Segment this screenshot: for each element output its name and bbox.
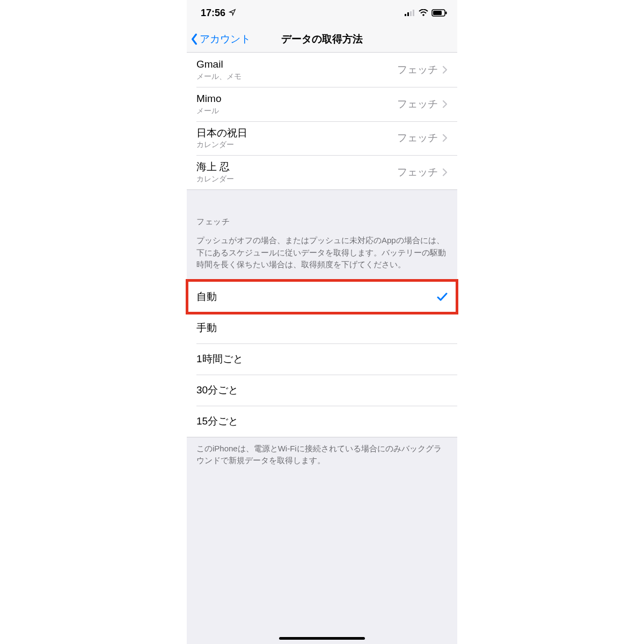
back-button[interactable]: アカウント [190,32,251,46]
svg-rect-1 [407,12,409,16]
fetch-section-description: プッシュがオフの場合、またはプッシュに未対応のAppの場合には、下にあるスケジュ… [187,230,457,281]
account-subtitle: カレンダー [196,140,397,150]
chevron-right-icon [442,100,448,108]
fetch-options-group: 自動手動1時間ごと30分ごと15分ごと [187,281,457,437]
fetch-option[interactable]: 30分ごと [187,375,457,406]
status-left: 17:56 [201,8,236,19]
account-title: Gmail [196,58,397,71]
status-right [405,9,448,17]
fetch-option[interactable]: 自動 [187,281,457,312]
fetch-option[interactable]: 手動 [187,312,457,343]
home-indicator [279,637,365,640]
account-subtitle: メール、メモ [196,72,397,82]
fetch-section-header: フェッチ [187,205,457,230]
account-title: 日本の祝日 [196,127,397,140]
back-label: アカウント [200,32,251,46]
checkmark-icon [437,292,448,302]
fetch-option-label: 1時間ごと [196,352,448,366]
navigation-bar: アカウント データの取得方法 [187,26,457,53]
cellular-signal-icon [405,10,415,16]
account-fetch-value: フェッチ [397,63,438,77]
svg-rect-2 [410,11,412,16]
status-bar: 17:56 [187,0,457,26]
account-subtitle: メール [196,106,397,116]
status-time: 17:56 [201,8,225,19]
account-title: 海上 忍 [196,160,397,173]
account-row[interactable]: Mimoメールフェッチ [187,87,457,121]
fetch-option-label: 自動 [196,290,437,304]
chevron-right-icon [442,134,448,142]
fetch-option-label: 15分ごと [196,414,448,428]
svg-point-4 [422,14,425,16]
fetch-option[interactable]: 15分ごと [187,406,457,437]
section-spacer [187,190,457,205]
account-title: Mimo [196,92,397,105]
svg-rect-3 [413,10,414,16]
chevron-right-icon [442,65,448,74]
account-fetch-value: フェッチ [397,97,438,111]
account-fetch-value: フェッチ [397,131,438,145]
location-icon [229,8,236,19]
battery-icon [431,9,448,17]
fetch-option-label: 30分ごと [196,383,448,397]
fetch-option[interactable]: 1時間ごと [187,343,457,375]
fetch-section-footer: このiPhoneは、電源とWi-Fiに接続されている場合にのみバックグラウンドで… [187,437,457,477]
fetch-option-label: 手動 [196,321,448,335]
account-row[interactable]: 日本の祝日カレンダーフェッチ [187,121,457,156]
svg-rect-7 [445,12,447,14]
accounts-group: Gmailメール、メモフェッチMimoメールフェッチ日本の祝日カレンダーフェッチ… [187,53,457,190]
account-row[interactable]: Gmailメール、メモフェッチ [187,53,457,87]
wifi-icon [419,9,428,17]
chevron-right-icon [442,168,448,177]
svg-rect-0 [405,14,406,16]
account-row[interactable]: 海上 忍カレンダーフェッチ [187,155,457,189]
account-fetch-value: フェッチ [397,165,438,179]
phone-frame: 17:56 [187,0,457,644]
account-subtitle: カレンダー [196,174,397,184]
svg-rect-6 [433,11,442,15]
